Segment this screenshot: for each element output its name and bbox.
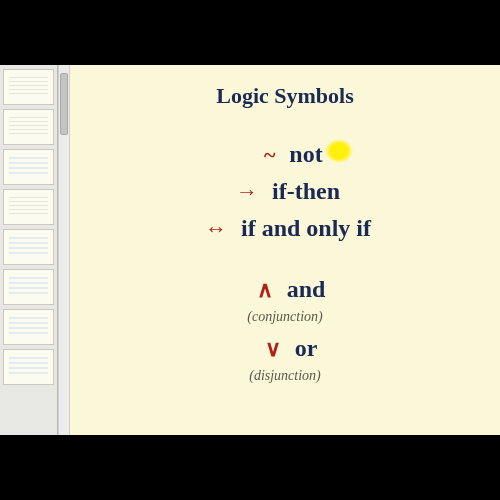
logic-symbol: ∨ (253, 338, 281, 360)
logic-symbol: ~ (247, 144, 275, 166)
thumbnail-scrollbar[interactable] (58, 65, 70, 435)
letterbox-bottom (0, 435, 500, 500)
slide-content: Logic Symbols ~ not → if-then ↔ if and o… (70, 65, 500, 435)
symbol-row: ~ not (247, 141, 322, 168)
slide-thumbnail[interactable] (3, 269, 54, 305)
slide-thumbnail[interactable] (3, 229, 54, 265)
logic-label: or (295, 335, 318, 362)
slide-thumbnail[interactable] (3, 149, 54, 185)
slide-thumbnail-panel (0, 65, 58, 435)
slide-thumbnail[interactable] (3, 69, 54, 105)
logic-label: if and only if (241, 215, 371, 242)
logic-label: not (289, 141, 322, 168)
logic-label: and (287, 276, 326, 303)
slide-thumbnail[interactable] (3, 349, 54, 385)
logic-subtitle: (disjunction) (249, 368, 321, 384)
letterbox-top (0, 0, 500, 65)
logic-symbol: ↔ (199, 218, 227, 240)
logic-symbol: → (230, 181, 258, 203)
logic-label: if-then (272, 178, 340, 205)
symbol-row: → if-then (230, 178, 340, 205)
symbol-row: ∧ and (245, 276, 326, 303)
logic-symbol: ∧ (245, 279, 273, 301)
slide-thumbnail[interactable] (3, 109, 54, 145)
presentation-stage: Logic Symbols ~ not → if-then ↔ if and o… (0, 65, 500, 435)
logic-subtitle: (conjunction) (247, 309, 322, 325)
symbol-row: ↔ if and only if (199, 215, 371, 242)
scrollbar-handle[interactable] (60, 73, 68, 135)
highlight-cursor-icon (325, 139, 353, 163)
symbol-row: ∨ or (253, 335, 318, 362)
slide-thumbnail[interactable] (3, 189, 54, 225)
slide-thumbnail[interactable] (3, 309, 54, 345)
slide-title: Logic Symbols (216, 83, 354, 109)
